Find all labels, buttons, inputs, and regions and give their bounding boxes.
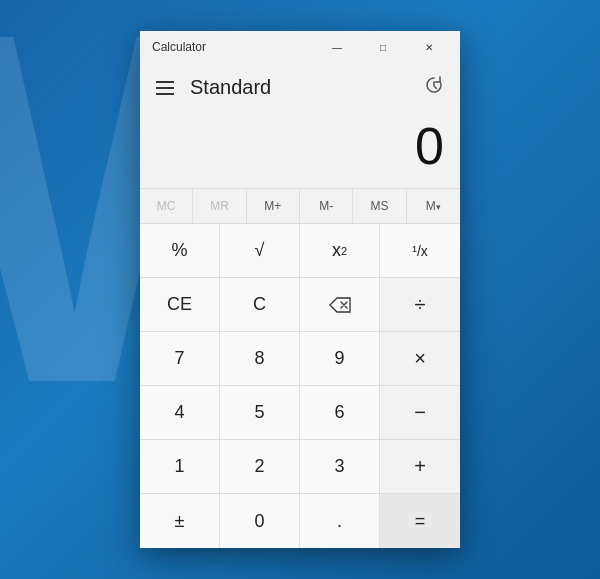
three-button[interactable]: 3: [300, 440, 380, 494]
decimal-button[interactable]: .: [300, 494, 380, 548]
menu-button[interactable]: [152, 77, 178, 99]
maximize-button[interactable]: □: [360, 31, 406, 63]
history-button[interactable]: [420, 71, 448, 104]
display: 0: [140, 108, 460, 188]
zero-button[interactable]: 0: [220, 494, 300, 548]
window-title: Calculator: [152, 40, 314, 54]
percent-button[interactable]: %: [140, 224, 220, 278]
backspace-icon: [329, 297, 351, 313]
history-icon: [424, 75, 444, 95]
button-grid: % √ x2 ¹/x CE C ÷ 7 8 9 × 4 5 6 −: [140, 224, 460, 548]
six-button[interactable]: 6: [300, 386, 380, 440]
sqrt-button[interactable]: √: [220, 224, 300, 278]
clear-button[interactable]: C: [220, 278, 300, 332]
memory-clear-button[interactable]: MC: [140, 189, 193, 224]
divide-button[interactable]: ÷: [380, 278, 460, 332]
memory-subtract-button[interactable]: M-: [300, 189, 353, 224]
memory-recall-button[interactable]: MR: [193, 189, 246, 224]
mode-title: Standard: [190, 76, 271, 99]
four-button[interactable]: 4: [140, 386, 220, 440]
nine-button[interactable]: 9: [300, 332, 380, 386]
display-value: 0: [415, 116, 444, 176]
multiply-button[interactable]: ×: [380, 332, 460, 386]
hamburger-line-3: [156, 93, 174, 95]
close-button[interactable]: ✕: [406, 31, 452, 63]
backspace-button[interactable]: [300, 278, 380, 332]
hamburger-line-2: [156, 87, 174, 89]
seven-button[interactable]: 7: [140, 332, 220, 386]
square-button[interactable]: x2: [300, 224, 380, 278]
hamburger-line-1: [156, 81, 174, 83]
calculator-body: Standard 0 MC MR M+ M- MS M▾ %: [140, 63, 460, 548]
one-button[interactable]: 1: [140, 440, 220, 494]
negate-button[interactable]: ±: [140, 494, 220, 548]
five-button[interactable]: 5: [220, 386, 300, 440]
memory-row: MC MR M+ M- MS M▾: [140, 188, 460, 224]
memory-add-button[interactable]: M+: [247, 189, 300, 224]
reciprocal-button[interactable]: ¹/x: [380, 224, 460, 278]
memory-dropdown-button[interactable]: M▾: [407, 189, 460, 224]
memory-store-button[interactable]: MS: [353, 189, 406, 224]
two-button[interactable]: 2: [220, 440, 300, 494]
calculator-window: Calculator — □ ✕ Standard: [140, 31, 460, 548]
eight-button[interactable]: 8: [220, 332, 300, 386]
add-button[interactable]: +: [380, 440, 460, 494]
equals-button[interactable]: =: [380, 494, 460, 548]
clear-entry-button[interactable]: CE: [140, 278, 220, 332]
minimize-button[interactable]: —: [314, 31, 360, 63]
subtract-button[interactable]: −: [380, 386, 460, 440]
calculator-header: Standard: [140, 63, 460, 108]
window-controls: — □ ✕: [314, 31, 452, 63]
title-bar: Calculator — □ ✕: [140, 31, 460, 63]
